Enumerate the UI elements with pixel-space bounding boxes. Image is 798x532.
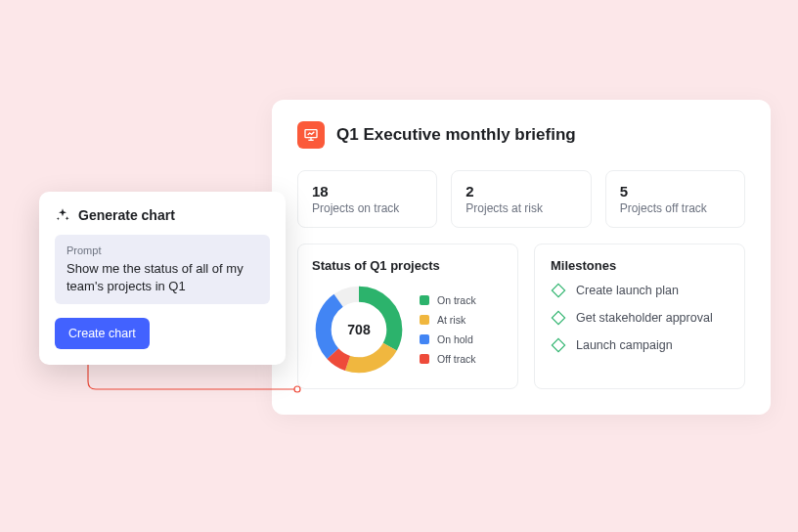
legend-item: On track (420, 294, 476, 306)
diamond-icon (551, 283, 566, 298)
generate-heading-text: Generate chart (78, 207, 175, 223)
presentation-icon (297, 121, 325, 149)
diamond-icon (551, 337, 566, 353)
milestone-item[interactable]: Launch campaign (551, 337, 729, 353)
legend-swatch (420, 315, 429, 325)
legend-item: On hold (420, 333, 476, 345)
milestone-item[interactable]: Get stakeholder approval (551, 310, 729, 326)
stat-at-risk[interactable]: 2 Projects at risk (451, 170, 591, 228)
stat-value: 18 (312, 183, 422, 200)
milestone-item[interactable]: Create launch plan (551, 283, 729, 298)
milestone-label: Get stakeholder approval (576, 311, 713, 325)
legend-swatch (420, 295, 429, 305)
stat-label: Projects on track (312, 201, 422, 215)
legend-item: At risk (420, 314, 476, 326)
create-chart-button[interactable]: Create chart (55, 318, 150, 349)
generate-heading: Generate chart (55, 207, 270, 223)
milestones-list: Create launch plan Get stakeholder appro… (551, 283, 729, 353)
stat-label: Projects off track (620, 201, 731, 215)
chart-title: Status of Q1 projects (312, 258, 504, 273)
stat-off-track[interactable]: 5 Projects off track (605, 170, 745, 228)
dashboard-header: Q1 Executive monthly briefing (297, 121, 745, 149)
legend-label: Off track (437, 353, 475, 365)
prompt-label: Prompt (66, 244, 258, 256)
legend-label: At risk (437, 314, 466, 326)
milestone-label: Create launch plan (576, 284, 679, 297)
stat-label: Projects at risk (466, 201, 576, 215)
chart-legend: On track At risk On hold Off track (420, 294, 476, 365)
content-row: Status of Q1 projects 708 (297, 244, 745, 389)
prompt-text: Show me the status of all of my team's p… (66, 260, 258, 294)
donut-chart: 708 (312, 283, 406, 377)
legend-label: On hold (437, 333, 473, 345)
chart-card[interactable]: Status of Q1 projects 708 (297, 244, 518, 389)
legend-item: Off track (420, 353, 476, 365)
legend-swatch (420, 334, 429, 344)
stats-row: 18 Projects on track 2 Projects at risk … (297, 170, 745, 228)
milestone-label: Launch campaign (576, 338, 673, 352)
stat-value: 2 (466, 183, 576, 200)
prompt-input[interactable]: Prompt Show me the status of all of my t… (55, 235, 270, 304)
legend-swatch (420, 354, 429, 364)
dashboard-title: Q1 Executive monthly briefing (336, 125, 576, 145)
generate-chart-panel: Generate chart Prompt Show me the status… (39, 192, 286, 365)
dashboard-card: Q1 Executive monthly briefing 18 Project… (272, 100, 771, 415)
legend-label: On track (437, 294, 476, 306)
diamond-icon (551, 310, 566, 326)
sparkle-icon (55, 207, 70, 223)
stat-on-track[interactable]: 18 Projects on track (297, 170, 437, 228)
donut-center-value: 708 (312, 283, 406, 377)
milestones-title: Milestones (551, 258, 729, 273)
stat-value: 5 (620, 183, 731, 200)
milestones-card[interactable]: Milestones Create launch plan Get stakeh… (534, 244, 745, 389)
